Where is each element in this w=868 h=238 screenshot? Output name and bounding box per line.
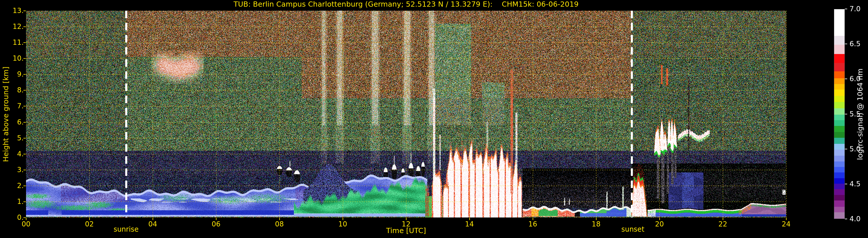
y-tick-label: 2. [1,182,24,190]
y-tick-label: 1. [1,198,24,205]
y-tick-label: 0. [1,214,24,221]
colorbar-tick-label: 5.5 [849,110,861,118]
colorbar-segment [834,207,844,212]
y-tick-label: 6. [1,118,24,126]
colorbar [834,9,845,219]
y-tick-label: 8. [1,87,24,94]
colorbar-segment [834,149,844,156]
x-tick-label: 04 [141,220,164,228]
colorbar-segment [834,126,844,132]
colorbar-segment [834,212,844,219]
y-tick-label: 5. [1,134,24,142]
colorbar-segment [834,195,844,200]
x-tick-label: 08 [268,220,291,228]
x-tick-label: 20 [648,220,671,228]
colorbar-tick-mark [845,149,847,149]
colorbar-segment [834,156,844,161]
colorbar-segment [834,115,844,120]
colorbar-tick-label: 5.0 [849,145,861,153]
colorbar-tick-label: 7.0 [849,5,861,13]
colorbar-tick-mark [845,114,847,114]
colorbar-tick-label: 6.0 [849,75,861,83]
colorbar-segment [834,132,844,137]
colorbar-tick-label: 4.5 [849,180,861,188]
colorbar-segment [834,96,844,102]
colorbar-segment [834,54,844,63]
colorbar-tick-label: 6.5 [849,40,861,48]
colorbar-segment [834,102,844,108]
colorbar-segment [834,84,844,90]
lidar-heatmap-canvas [0,0,868,238]
x-tick-label: 06 [205,220,228,228]
colorbar-segment [834,189,844,195]
colorbar-tick-label: 4.0 [849,215,861,223]
y-tick-label: 4. [1,150,24,158]
x-tick-label: 12 [395,220,418,228]
colorbar-tick-mark [845,78,847,79]
y-tick-label: 3. [1,166,24,174]
y-tick-label: 11. [1,39,24,46]
colorbar-segment [834,63,844,71]
colorbar-segment [834,36,844,45]
y-tick-label: 12. [1,23,24,30]
colorbar-segment [834,90,844,96]
y-tick-label: 7. [1,102,24,110]
colorbar-segment [834,45,844,54]
colorbar-segment [834,178,844,184]
x-tick-label: 10 [331,220,354,228]
y-tick-label: 9. [1,70,24,78]
colorbar-segment [834,184,844,189]
x-tick-label: 22 [711,220,734,228]
colorbar-segment [834,144,844,149]
colorbar-tick-mark [845,219,847,219]
colorbar-segment [834,138,844,144]
colorbar-segment [834,167,844,172]
colorbar-segment [834,71,844,78]
page-title: TUB: Berlin Campus Charlottenburg (Germa… [26,0,786,8]
colorbar-segment [834,120,844,126]
colorbar-tick-mark [845,184,847,184]
colorbar-segment [834,78,844,84]
colorbar-segment [834,162,844,167]
colorbar-segment [834,200,844,207]
y-tick-label: 10. [1,55,24,62]
lidar-quicklook-app: TUB: Berlin Campus Charlottenburg (Germa… [0,0,868,238]
x-tick-label: 18 [585,220,608,228]
colorbar-segment [834,172,844,178]
x-tick-label: 14 [458,220,481,228]
colorbar-tick-mark [845,9,847,9]
x-tick-label: 24 [775,220,798,228]
colorbar-segment [834,9,844,36]
colorbar-segment [834,108,844,115]
x-tick-label: 16 [521,220,544,228]
x-tick-label: 02 [78,220,101,228]
colorbar-tick-mark [845,44,847,44]
y-tick-label: 13. [1,7,24,14]
